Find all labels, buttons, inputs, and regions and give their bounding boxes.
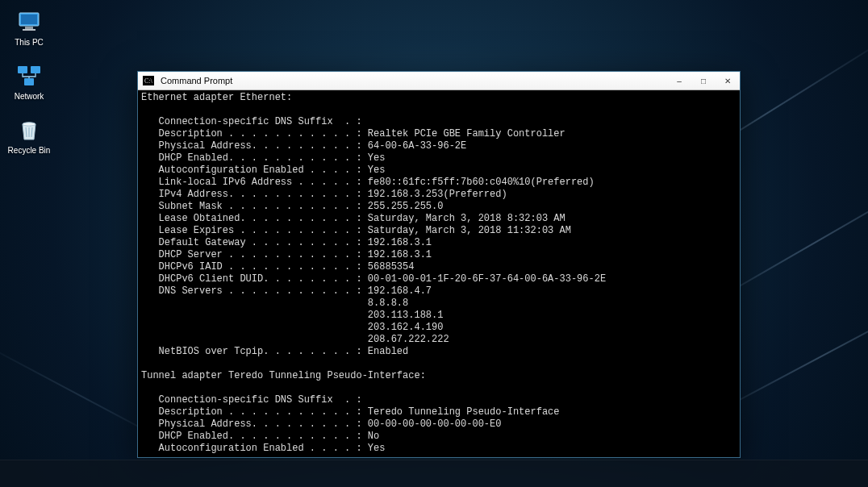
desktop-icon-network[interactable]: Network xyxy=(5,62,53,102)
network-icon xyxy=(15,62,43,89)
maximize-button[interactable]: □ xyxy=(691,72,716,89)
desktop-icon-this-pc[interactable]: This PC xyxy=(5,8,53,48)
desktop-icons: This PC Network Recycle Bin xyxy=(5,8,53,170)
terminal-output: Ethernet adapter Ethernet: Connection-sp… xyxy=(141,92,737,455)
out-dhcp-enabled: DHCP Enabled. . . . . . . . . . . : Yes xyxy=(141,152,385,164)
out-dns2: 8.8.8.8 xyxy=(141,298,408,309)
out-gateway: Default Gateway . . . . . . . . . : 192.… xyxy=(141,237,432,248)
out2-autoconf: Autoconfiguration Enabled . . . . : Yes xyxy=(141,443,385,454)
svg-rect-1 xyxy=(21,15,37,24)
out2-phys-addr: Physical Address. . . . . . . . . : 00-0… xyxy=(141,418,501,430)
out-dns-suffix: Connection-specific DNS Suffix . : xyxy=(141,116,362,127)
this-pc-icon xyxy=(15,8,43,35)
out-subnet: Subnet Mask . . . . . . . . . . . : 255.… xyxy=(141,201,443,212)
svg-rect-6 xyxy=(24,78,34,85)
out2-description: Description . . . . . . . . . . . : Tere… xyxy=(141,406,559,418)
svg-rect-4 xyxy=(18,66,27,73)
cmd-icon: C:\ xyxy=(141,75,156,86)
taskbar[interactable] xyxy=(0,460,868,487)
out-dhcpv6-iaid: DHCPv6 IAID . . . . . . . . . . . : 5688… xyxy=(141,261,414,273)
recycle-bin-icon xyxy=(15,116,43,144)
adapter-header-teredo: Tunnel adapter Teredo Tunneling Pseudo-I… xyxy=(141,370,426,381)
out2-dns-suffix: Connection-specific DNS Suffix . : xyxy=(141,394,362,406)
svg-rect-3 xyxy=(23,29,35,31)
out-ipv4: IPv4 Address. . . . . . . . . . . : 192.… xyxy=(141,189,507,200)
maximize-icon: □ xyxy=(701,77,706,85)
desktop-icon-label: Network xyxy=(5,92,53,102)
out-link-local: Link-local IPv6 Address . . . . . : fe80… xyxy=(141,177,595,188)
out-autoconf: Autoconfiguration Enabled . . . . : Yes xyxy=(141,164,385,176)
out-phys-addr: Physical Address. . . . . . . . . : 64-0… xyxy=(141,140,466,152)
out-lease-obt: Lease Obtained. . . . . . . . . . : Satu… xyxy=(141,213,565,224)
close-icon: ✕ xyxy=(724,77,731,85)
out-dns3: 203.113.188.1 xyxy=(141,310,443,321)
desktop-icon-recycle-bin[interactable]: Recycle Bin xyxy=(5,116,53,156)
out2-dhcp-enabled: DHCP Enabled. . . . . . . . . . . : No xyxy=(141,431,379,442)
adapter-header-ethernet: Ethernet adapter Ethernet: xyxy=(141,92,292,103)
out-netbios: NetBIOS over Tcpip. . . . . . . . : Enab… xyxy=(141,346,408,357)
out-dns4: 203.162.4.190 xyxy=(141,322,443,333)
close-button[interactable]: ✕ xyxy=(716,72,740,89)
minimize-icon: – xyxy=(677,77,682,85)
svg-rect-5 xyxy=(31,66,40,73)
out-dns1: DNS Servers . . . . . . . . . . . : 192.… xyxy=(141,285,432,297)
out-lease-exp: Lease Expires . . . . . . . . . . : Satu… xyxy=(141,225,571,236)
out-dns5: 208.67.222.222 xyxy=(141,334,449,345)
window-title: Command Prompt xyxy=(161,76,667,85)
out-dhcpv6-duid: DHCPv6 Client DUID. . . . . . . . : 00-0… xyxy=(141,273,606,285)
minimize-button[interactable]: – xyxy=(667,72,691,89)
svg-text:C:\: C:\ xyxy=(144,77,153,85)
window-buttons: – □ ✕ xyxy=(667,72,740,89)
svg-rect-2 xyxy=(25,27,33,29)
out-description: Description . . . . . . . . . . . : Real… xyxy=(141,128,565,139)
terminal-area[interactable]: Ethernet adapter Ethernet: Connection-sp… xyxy=(138,90,740,457)
svg-point-7 xyxy=(23,123,35,126)
desktop-icon-label: This PC xyxy=(5,38,53,48)
command-prompt-window[interactable]: C:\ Command Prompt – □ ✕ Ethernet adapte… xyxy=(137,71,741,458)
titlebar[interactable]: C:\ Command Prompt – □ ✕ xyxy=(138,72,740,90)
out-dhcp-server: DHCP Server . . . . . . . . . . . : 192.… xyxy=(141,249,432,260)
desktop-icon-label: Recycle Bin xyxy=(5,146,53,156)
